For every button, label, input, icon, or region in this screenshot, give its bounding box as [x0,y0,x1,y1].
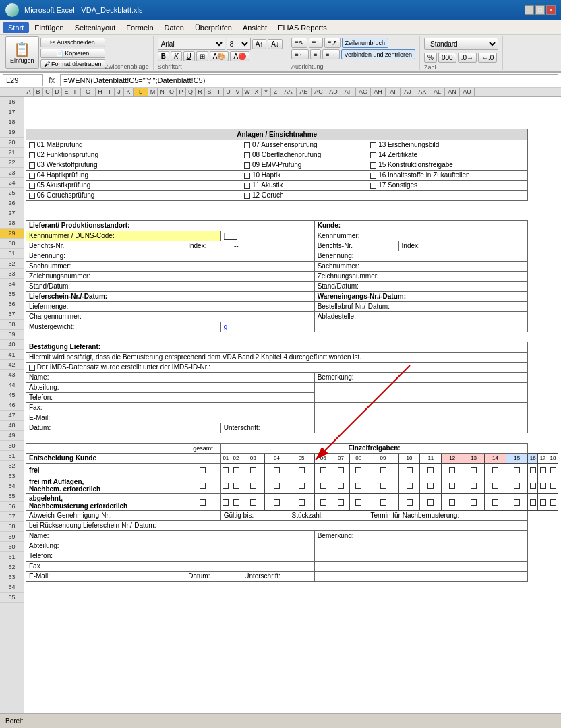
row-27[interactable]: 27 [0,208,24,218]
abgelehnt-04[interactable] [265,493,289,510]
row-54[interactable]: 54 [0,481,24,491]
auflagen-16[interactable] [528,477,538,493]
checkbox-04[interactable] [29,173,35,179]
col-b[interactable]: B [34,88,43,96]
frei-06[interactable] [314,463,332,477]
abgelehnt-09[interactable] [367,493,398,510]
frei-05[interactable] [289,463,314,477]
checkbox-06[interactable] [29,193,35,199]
font-color-button[interactable]: A🔴 [230,51,249,61]
col-y[interactable]: Y [262,88,271,96]
row-20[interactable]: 20 [0,138,24,148]
frei-16[interactable] [528,463,538,477]
frei-15[interactable] [506,463,527,477]
row-36[interactable]: 36 [0,299,24,309]
row-56[interactable]: 56 [0,502,24,512]
auflagen-09[interactable] [367,477,398,493]
row-31[interactable]: 31 [0,249,24,259]
row-39[interactable]: 39 [0,330,24,340]
auflagen-02[interactable] [231,477,241,493]
row-61[interactable]: 61 [0,552,24,562]
row-45[interactable]: 45 [0,390,24,400]
checkbox-17[interactable] [370,183,376,189]
frei-13[interactable] [463,463,485,477]
checkbox-12[interactable] [244,193,250,199]
checkbox-01[interactable] [29,142,35,148]
abgelehnt-18[interactable] [548,493,558,510]
thousands-button[interactable]: 000 [438,53,456,63]
row-57[interactable]: 57 [0,512,24,522]
frei-gesamt[interactable] [185,463,221,477]
align-right[interactable]: ≡→ [322,49,340,59]
menu-seitenlayout[interactable]: Seitenlayout [69,22,121,33]
checkbox-09[interactable] [244,162,250,169]
decrease-decimal-button[interactable]: ←.0 [478,53,497,63]
col-al[interactable]: AL [430,88,445,96]
col-e[interactable]: E [62,88,71,96]
col-u[interactable]: U [224,88,233,96]
col-a[interactable]: A [24,88,34,96]
row-53[interactable]: 53 [0,471,24,481]
wrap-text-button[interactable]: Zeilenumbruch [342,38,389,48]
row-52[interactable]: 52 [0,461,24,471]
col-m[interactable]: M [148,88,158,96]
col-i[interactable]: I [105,88,115,96]
abgelehnt-01[interactable] [220,493,231,510]
abgelehnt-07[interactable] [332,493,349,510]
col-d[interactable]: D [53,88,62,96]
row-16[interactable]: 16 [0,97,24,107]
col-w[interactable]: W [243,88,252,96]
col-r[interactable]: R [196,88,205,96]
align-top-right[interactable]: ≡↗ [324,38,341,48]
auflagen-07[interactable] [332,477,349,493]
col-x[interactable]: X [252,88,262,96]
col-ac[interactable]: AC [312,88,326,96]
col-h[interactable]: H [96,88,105,96]
underline-button[interactable]: U [183,51,195,61]
menu-ansicht[interactable]: Ansicht [237,22,272,33]
row-32[interactable]: 32 [0,259,24,269]
bold-button[interactable]: B [158,51,169,61]
checkbox-02[interactable] [29,152,35,158]
menu-einfuegen[interactable]: Einfügen [29,22,69,33]
row-46[interactable]: 46 [0,400,24,411]
row-37[interactable]: 37 [0,309,24,320]
col-f[interactable]: F [71,88,81,96]
row-25[interactable]: 25 [0,188,24,198]
abgelehnt-08[interactable] [349,493,367,510]
abgelehnt-03[interactable] [241,493,265,510]
abgelehnt-15[interactable] [506,493,527,510]
row-28[interactable]: 28 [0,218,24,229]
col-n[interactable]: N [158,88,167,96]
italic-button[interactable]: K [171,51,182,61]
auflagen-01[interactable] [220,477,231,493]
checkbox-11[interactable] [244,183,250,189]
col-ai[interactable]: AI [386,88,401,96]
copy-button[interactable]: 📄 Kopieren [40,49,105,58]
auflagen-05[interactable] [289,477,314,493]
menu-daten[interactable]: Daten [159,22,189,33]
row-19[interactable]: 19 [0,127,24,138]
row-50[interactable]: 50 [0,441,24,451]
frei-08[interactable] [349,463,367,477]
frei-11[interactable] [420,463,442,477]
align-top-center[interactable]: ≡↑ [309,38,323,48]
row-29[interactable]: 29 [0,229,24,239]
row-40[interactable]: 40 [0,340,24,350]
menu-formeln[interactable]: Formeln [121,22,158,33]
abgelehnt-17[interactable] [538,493,548,510]
align-top-left[interactable]: ≡↖ [291,38,307,48]
increase-decimal-button[interactable]: .0→ [458,53,477,63]
increase-font-button[interactable]: A↑ [252,39,267,49]
abgelehnt-13[interactable] [463,493,485,510]
col-j[interactable]: J [115,88,124,96]
row-44[interactable]: 44 [0,380,24,390]
col-q[interactable]: Q [186,88,196,96]
align-left[interactable]: ≡← [291,49,309,59]
row-33[interactable]: 33 [0,269,24,279]
col-ad[interactable]: AD [326,88,341,96]
row-63[interactable]: 63 [0,572,24,582]
auflagen-04[interactable] [265,477,289,493]
abgelehnt-11[interactable] [420,493,442,510]
font-size-select[interactable]: 8 [227,38,251,50]
